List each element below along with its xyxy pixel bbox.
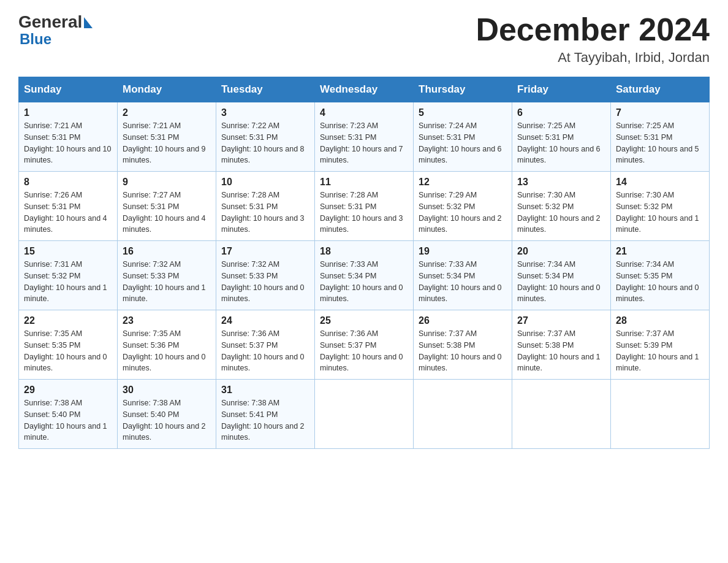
- calendar-cell: 3Sunrise: 7:22 AMSunset: 5:31 PMDaylight…: [216, 102, 315, 172]
- day-number: 22: [24, 315, 112, 326]
- day-info: Sunrise: 7:22 AMSunset: 5:31 PMDaylight:…: [221, 120, 309, 166]
- day-info: Sunrise: 7:33 AMSunset: 5:34 PMDaylight:…: [419, 259, 507, 305]
- calendar-cell: 11Sunrise: 7:28 AMSunset: 5:31 PMDayligh…: [315, 172, 414, 241]
- logo-arrow-icon: [84, 17, 93, 28]
- calendar-cell: 27Sunrise: 7:37 AMSunset: 5:38 PMDayligh…: [512, 310, 611, 380]
- calendar-cell: [315, 380, 414, 449]
- day-number: 1: [24, 107, 112, 118]
- day-number: 28: [616, 315, 704, 326]
- logo-blue-text: Blue: [20, 32, 93, 47]
- day-info: Sunrise: 7:28 AMSunset: 5:31 PMDaylight:…: [320, 190, 408, 236]
- calendar-cell: [611, 380, 710, 449]
- calendar-cell: 10Sunrise: 7:28 AMSunset: 5:31 PMDayligh…: [216, 172, 315, 241]
- day-number: 5: [419, 107, 507, 118]
- calendar-cell: 20Sunrise: 7:34 AMSunset: 5:34 PMDayligh…: [512, 241, 611, 310]
- calendar-header-row: SundayMondayTuesdayWednesdayThursdayFrid…: [19, 77, 710, 102]
- calendar-cell: [414, 380, 512, 449]
- calendar-cell: 9Sunrise: 7:27 AMSunset: 5:31 PMDaylight…: [118, 172, 216, 241]
- calendar-cell: 25Sunrise: 7:36 AMSunset: 5:37 PMDayligh…: [315, 310, 414, 380]
- day-info: Sunrise: 7:27 AMSunset: 5:31 PMDaylight:…: [123, 190, 211, 236]
- day-number: 2: [123, 107, 211, 118]
- calendar-cell: 14Sunrise: 7:30 AMSunset: 5:32 PMDayligh…: [611, 172, 710, 241]
- day-number: 12: [419, 177, 507, 188]
- day-number: 4: [320, 107, 408, 118]
- calendar-cell: 23Sunrise: 7:35 AMSunset: 5:36 PMDayligh…: [118, 310, 216, 380]
- day-number: 31: [221, 385, 309, 396]
- day-info: Sunrise: 7:38 AMSunset: 5:40 PMDaylight:…: [24, 397, 112, 443]
- day-info: Sunrise: 7:37 AMSunset: 5:38 PMDaylight:…: [419, 328, 507, 374]
- col-header-tuesday: Tuesday: [216, 77, 315, 102]
- month-year-heading: December 2024: [476, 12, 710, 47]
- day-number: 20: [517, 246, 605, 257]
- calendar-cell: 26Sunrise: 7:37 AMSunset: 5:38 PMDayligh…: [414, 310, 512, 380]
- day-number: 13: [517, 177, 605, 188]
- logo-general-text: General: [18, 12, 82, 32]
- day-info: Sunrise: 7:34 AMSunset: 5:35 PMDaylight:…: [616, 259, 704, 305]
- calendar-cell: 22Sunrise: 7:35 AMSunset: 5:35 PMDayligh…: [19, 310, 118, 380]
- day-info: Sunrise: 7:35 AMSunset: 5:35 PMDaylight:…: [24, 328, 112, 374]
- week-row-4: 22Sunrise: 7:35 AMSunset: 5:35 PMDayligh…: [19, 310, 710, 380]
- day-info: Sunrise: 7:25 AMSunset: 5:31 PMDaylight:…: [517, 120, 605, 166]
- location-text: At Tayyibah, Irbid, Jordan: [476, 50, 710, 66]
- calendar-cell: 1Sunrise: 7:21 AMSunset: 5:31 PMDaylight…: [19, 102, 118, 172]
- col-header-sunday: Sunday: [19, 77, 118, 102]
- calendar-cell: 13Sunrise: 7:30 AMSunset: 5:32 PMDayligh…: [512, 172, 611, 241]
- col-header-friday: Friday: [512, 77, 611, 102]
- calendar-cell: 17Sunrise: 7:32 AMSunset: 5:33 PMDayligh…: [216, 241, 315, 310]
- day-info: Sunrise: 7:21 AMSunset: 5:31 PMDaylight:…: [123, 120, 211, 166]
- col-header-thursday: Thursday: [414, 77, 512, 102]
- day-number: 11: [320, 177, 408, 188]
- calendar-cell: 16Sunrise: 7:32 AMSunset: 5:33 PMDayligh…: [118, 241, 216, 310]
- calendar-cell: 30Sunrise: 7:38 AMSunset: 5:40 PMDayligh…: [118, 380, 216, 449]
- logo: General Blue: [18, 12, 93, 47]
- day-info: Sunrise: 7:34 AMSunset: 5:34 PMDaylight:…: [517, 259, 605, 305]
- title-area: December 2024 At Tayyibah, Irbid, Jordan: [476, 12, 710, 66]
- day-info: Sunrise: 7:23 AMSunset: 5:31 PMDaylight:…: [320, 120, 408, 166]
- calendar-cell: 19Sunrise: 7:33 AMSunset: 5:34 PMDayligh…: [414, 241, 512, 310]
- day-info: Sunrise: 7:26 AMSunset: 5:31 PMDaylight:…: [24, 190, 112, 236]
- day-number: 21: [616, 246, 704, 257]
- week-row-3: 15Sunrise: 7:31 AMSunset: 5:32 PMDayligh…: [19, 241, 710, 310]
- day-number: 15: [24, 246, 112, 257]
- day-info: Sunrise: 7:36 AMSunset: 5:37 PMDaylight:…: [320, 328, 408, 374]
- day-info: Sunrise: 7:38 AMSunset: 5:40 PMDaylight:…: [123, 397, 211, 443]
- day-number: 16: [123, 246, 211, 257]
- day-number: 30: [123, 385, 211, 396]
- calendar-cell: 2Sunrise: 7:21 AMSunset: 5:31 PMDaylight…: [118, 102, 216, 172]
- calendar-cell: 12Sunrise: 7:29 AMSunset: 5:32 PMDayligh…: [414, 172, 512, 241]
- week-row-2: 8Sunrise: 7:26 AMSunset: 5:31 PMDaylight…: [19, 172, 710, 241]
- day-number: 25: [320, 315, 408, 326]
- day-number: 3: [221, 107, 309, 118]
- day-number: 24: [221, 315, 309, 326]
- day-info: Sunrise: 7:25 AMSunset: 5:31 PMDaylight:…: [616, 120, 704, 166]
- day-info: Sunrise: 7:30 AMSunset: 5:32 PMDaylight:…: [616, 190, 704, 236]
- calendar-cell: 7Sunrise: 7:25 AMSunset: 5:31 PMDaylight…: [611, 102, 710, 172]
- day-number: 19: [419, 246, 507, 257]
- calendar-cell: [512, 380, 611, 449]
- day-info: Sunrise: 7:38 AMSunset: 5:41 PMDaylight:…: [221, 397, 309, 443]
- day-info: Sunrise: 7:37 AMSunset: 5:39 PMDaylight:…: [616, 328, 704, 374]
- calendar-cell: 4Sunrise: 7:23 AMSunset: 5:31 PMDaylight…: [315, 102, 414, 172]
- day-number: 14: [616, 177, 704, 188]
- calendar-cell: 18Sunrise: 7:33 AMSunset: 5:34 PMDayligh…: [315, 241, 414, 310]
- day-number: 23: [123, 315, 211, 326]
- calendar-body: 1Sunrise: 7:21 AMSunset: 5:31 PMDaylight…: [19, 102, 710, 449]
- day-info: Sunrise: 7:37 AMSunset: 5:38 PMDaylight:…: [517, 328, 605, 374]
- day-info: Sunrise: 7:31 AMSunset: 5:32 PMDaylight:…: [24, 259, 112, 305]
- day-number: 26: [419, 315, 507, 326]
- calendar-cell: 8Sunrise: 7:26 AMSunset: 5:31 PMDaylight…: [19, 172, 118, 241]
- day-info: Sunrise: 7:35 AMSunset: 5:36 PMDaylight:…: [123, 328, 211, 374]
- calendar-cell: 6Sunrise: 7:25 AMSunset: 5:31 PMDaylight…: [512, 102, 611, 172]
- col-header-wednesday: Wednesday: [315, 77, 414, 102]
- day-number: 9: [123, 177, 211, 188]
- day-info: Sunrise: 7:36 AMSunset: 5:37 PMDaylight:…: [221, 328, 309, 374]
- day-number: 29: [24, 385, 112, 396]
- day-info: Sunrise: 7:30 AMSunset: 5:32 PMDaylight:…: [517, 190, 605, 236]
- col-header-saturday: Saturday: [611, 77, 710, 102]
- page-header: General Blue December 2024 At Tayyibah, …: [18, 12, 710, 66]
- day-info: Sunrise: 7:33 AMSunset: 5:34 PMDaylight:…: [320, 259, 408, 305]
- day-number: 18: [320, 246, 408, 257]
- day-info: Sunrise: 7:29 AMSunset: 5:32 PMDaylight:…: [419, 190, 507, 236]
- day-number: 6: [517, 107, 605, 118]
- calendar-cell: 15Sunrise: 7:31 AMSunset: 5:32 PMDayligh…: [19, 241, 118, 310]
